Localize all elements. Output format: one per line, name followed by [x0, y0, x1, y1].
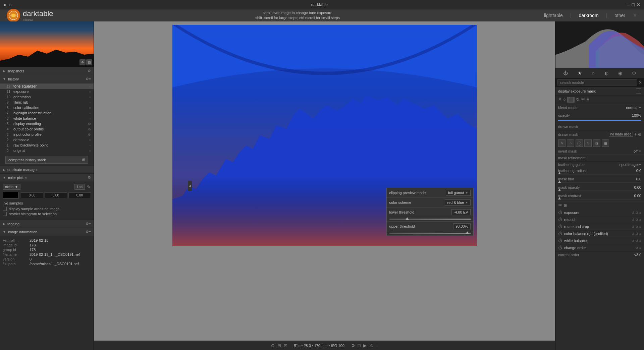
cp-colorspace-select[interactable]: Lab	[74, 184, 85, 190]
circle-icon[interactable]: ○	[591, 70, 595, 76]
close-button[interactable]: ✕	[637, 2, 641, 7]
history-item[interactable]: 2 demosaic ○	[0, 137, 94, 142]
history-settings-icon[interactable]: ⚙	[86, 77, 89, 81]
main-image[interactable]: clipping preview mode full gamut ▼ color…	[172, 25, 477, 246]
mask-contrast-handle[interactable]	[558, 197, 561, 199]
history-item[interactable]: 3 input color profile ⚙	[0, 132, 94, 137]
bottom-icon-2[interactable]: ⊞	[277, 343, 281, 348]
colorbal-menu-icon[interactable]: ≡	[639, 232, 641, 236]
history-item[interactable]: 12 tone equalizer ○	[0, 83, 94, 89]
wb-reset-icon[interactable]: ↺	[632, 239, 634, 243]
drawn-mask-select[interactable]: no mask used	[609, 132, 633, 137]
mask-ellipse-tool[interactable]: ◯	[576, 139, 583, 147]
retouch-reset-icon[interactable]: ↺	[632, 218, 634, 222]
imginfo-menu-icon[interactable]: ≡	[89, 230, 91, 234]
star-icon[interactable]: ★	[577, 70, 583, 76]
feathering-radius-slider[interactable]	[558, 174, 641, 175]
left-collapse-button[interactable]: ◀	[188, 181, 192, 191]
maximize-button[interactable]: □	[632, 2, 635, 7]
blend-mode-dropdown[interactable]: ▼	[639, 106, 641, 109]
history-item[interactable]: 5 display encoding ⚙	[0, 121, 94, 126]
blend-eye-icon[interactable]: 👁	[581, 97, 585, 103]
search-clear-button[interactable]: ✕	[639, 80, 642, 85]
display-sample-areas-checkbox[interactable]	[3, 207, 7, 211]
history-item[interactable]: 11 exposure ○	[0, 89, 94, 94]
wb-presets-icon[interactable]: ⚙	[635, 239, 638, 243]
bottom-icon-1[interactable]: ⊙	[271, 343, 275, 348]
feathering-radius-handle[interactable]	[558, 172, 561, 174]
wb-power-icon[interactable]: ⏻	[558, 238, 562, 243]
drawn-mask-remove-icon[interactable]: ⊖	[638, 132, 641, 137]
rotate-presets-icon[interactable]: ⚙	[635, 225, 638, 229]
cp-mode-button[interactable]: mean ▼	[3, 184, 20, 190]
nav-darkroom[interactable]: darkroom	[577, 12, 600, 19]
exposure-presets-icon[interactable]: ⚙	[635, 211, 638, 215]
cp-settings-icon[interactable]: ⚙	[88, 175, 91, 180]
colorbal-power-icon[interactable]: ⏻	[558, 231, 562, 236]
retouch-menu-icon[interactable]: ≡	[639, 218, 641, 222]
compress-history-button[interactable]: compress history stack ⊞	[5, 156, 88, 164]
colorbal-presets-icon[interactable]: ⚙	[635, 232, 638, 236]
snapshots-section[interactable]: ▶ snapshots ⚙	[0, 67, 94, 75]
mask-pen-tool[interactable]: ✎	[558, 139, 566, 147]
lower-slider-handle[interactable]	[406, 217, 409, 220]
order-menu-icon[interactable]: ≡	[639, 246, 641, 250]
blend-rotate-icon[interactable]: ↻	[576, 97, 580, 103]
search-input[interactable]	[557, 79, 637, 85]
colorbal-reset-icon[interactable]: ↺	[632, 232, 634, 236]
restrict-histogram-checkbox[interactable]	[3, 212, 7, 216]
upper-threshold-slider[interactable]	[389, 233, 471, 234]
history-item[interactable]: 8 color calibration ○	[0, 105, 94, 110]
view-grid-icon[interactable]: ⊞	[564, 203, 568, 208]
mask-contrast-slider[interactable]	[558, 199, 641, 200]
display-exposure-mask-checkbox[interactable]	[636, 89, 641, 94]
exposure-power-icon[interactable]: ⏻	[558, 210, 562, 215]
minimize-button[interactable]: –	[627, 2, 630, 7]
mask-gradient-tool[interactable]: ◑	[593, 139, 600, 147]
wb-menu-icon[interactable]: ≡	[639, 239, 641, 243]
upper-slider-handle[interactable]	[466, 231, 469, 234]
retouch-power-icon[interactable]: ⏻	[558, 217, 562, 222]
bottom-icon-8[interactable]: ↑	[376, 343, 378, 348]
nav-other[interactable]: other	[612, 12, 627, 19]
history-menu-icon[interactable]: ≡	[89, 77, 91, 81]
mask-circle-tool[interactable]: ○	[567, 139, 574, 147]
order-settings-icon[interactable]: ⚙	[635, 246, 638, 250]
history-section-header[interactable]: ▼ history ⚙ ≡	[0, 75, 94, 83]
blend-circle-icon[interactable]: ○	[563, 97, 566, 103]
tagging-section[interactable]: ▶ tagging ⚙ ≡	[0, 220, 94, 228]
nav-lighttable[interactable]: lighttable	[542, 12, 565, 19]
mask-opacity-slider[interactable]	[558, 190, 641, 191]
history-item[interactable]: 1 raw black/white point ○	[0, 142, 94, 148]
mask-path-tool[interactable]: ∿	[584, 139, 592, 147]
mask-blur-handle[interactable]	[558, 180, 561, 183]
color-picker-section-header[interactable]: ▼ color picker ⚙	[0, 173, 94, 181]
history-item[interactable]: 7 highlight reconstruction ○	[0, 110, 94, 116]
snapshots-settings-icon[interactable]: ⚙	[88, 69, 91, 73]
bottom-icon-7[interactable]: ⚠	[369, 343, 373, 348]
history-item[interactable]: 0 original ○	[0, 148, 94, 153]
image-info-section-header[interactable]: ▼ image information ⚙ ≡	[0, 228, 94, 236]
rotate-menu-icon[interactable]: ≡	[639, 225, 641, 229]
history-item[interactable]: 6 white balance ○	[0, 116, 94, 121]
tag-menu-icon[interactable]: ≡	[89, 222, 91, 226]
power-icon[interactable]: ⏻	[562, 70, 569, 76]
order-power-icon[interactable]: ⏻	[558, 245, 562, 250]
imginfo-settings-icon[interactable]: ⚙	[86, 230, 89, 234]
lower-threshold-slider[interactable]	[389, 219, 471, 220]
retouch-presets-icon[interactable]: ⚙	[635, 218, 638, 222]
blend-x-icon[interactable]: ✕	[558, 97, 562, 103]
bottom-icon-4[interactable]: ⚙	[351, 343, 355, 348]
drawn-mask-add-icon[interactable]: +	[634, 132, 637, 137]
blend-active-icon[interactable]: ⬛	[567, 97, 575, 103]
thumb-btn-1[interactable]: ⊙	[79, 59, 86, 65]
blend-more-icon[interactable]: ≡	[587, 97, 589, 103]
history-item[interactable]: 4 output color profile ⚙	[0, 126, 94, 132]
mask-blur-slider[interactable]	[558, 182, 641, 183]
invert-mask-dropdown[interactable]: ▼	[639, 150, 641, 153]
exposure-reset-icon[interactable]: ↺	[632, 211, 634, 215]
view-eye-icon[interactable]: 👁	[558, 203, 562, 208]
bottom-icon-5[interactable]: □	[358, 343, 361, 348]
color-scheme-value[interactable]: red & blue ▼	[445, 199, 470, 206]
gear-icon[interactable]: ⚙	[631, 70, 637, 76]
